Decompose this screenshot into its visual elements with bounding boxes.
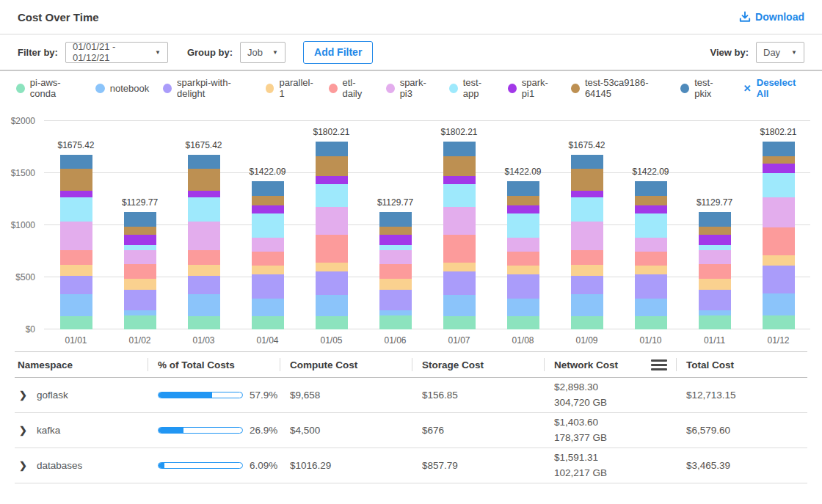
bar-segment-etl-daily[interactable] bbox=[635, 252, 667, 266]
bar-group-01/02[interactable]: $1129.77 bbox=[108, 121, 172, 329]
bar-segment-test-app[interactable] bbox=[60, 197, 92, 222]
bar-segment-etl-daily[interactable] bbox=[571, 250, 603, 265]
bar-segment-pi-aws-conda[interactable] bbox=[60, 316, 92, 329]
view-by-select[interactable]: Day ▼ bbox=[756, 42, 804, 63]
namespace-cell[interactable]: ❯kafka bbox=[15, 425, 148, 436]
bar-segment-notebook[interactable] bbox=[763, 293, 795, 315]
bar-segment-notebook[interactable] bbox=[443, 295, 476, 317]
legend-item-pi-aws-conda[interactable]: pi-aws-conda bbox=[16, 77, 81, 99]
bar-segment-test-app[interactable] bbox=[763, 173, 795, 198]
bar-segment-spark-pi1[interactable] bbox=[252, 205, 284, 213]
bar-segment-test-pkix[interactable] bbox=[443, 142, 476, 156]
column-header-storage-cost[interactable]: Storage Cost bbox=[412, 352, 544, 377]
bar-segment-sparkpi-with-delight[interactable] bbox=[124, 290, 156, 310]
bar-segment-test-pkix[interactable] bbox=[252, 181, 284, 196]
bar-segment-test-pkix[interactable] bbox=[507, 181, 539, 196]
bar-segment-spark-pi1[interactable] bbox=[763, 164, 795, 172]
bar-segment-test-pkix[interactable] bbox=[763, 142, 795, 156]
bar-segment-spark-pi1[interactable] bbox=[60, 191, 92, 198]
bar-segment-parallel-1[interactable] bbox=[60, 265, 92, 276]
bar-segment-test-pkix[interactable] bbox=[571, 155, 603, 169]
bar-segment-spark-pi3[interactable] bbox=[763, 197, 795, 227]
bar-segment-sparkpi-with-delight[interactable] bbox=[316, 271, 348, 295]
bar-segment-spark-pi1[interactable] bbox=[443, 176, 476, 184]
bar-group-01/11[interactable]: $1129.77 bbox=[683, 121, 746, 329]
bar-segment-pi-aws-conda[interactable] bbox=[316, 316, 348, 329]
bar-segment-test-pkix[interactable] bbox=[379, 212, 412, 227]
bar-stack[interactable] bbox=[571, 155, 603, 329]
bar-segment-etl-daily[interactable] bbox=[763, 227, 795, 255]
bar-segment-spark-pi1[interactable] bbox=[379, 235, 412, 245]
bar-segment-pi-aws-conda[interactable] bbox=[763, 315, 795, 329]
column-header-network-cost[interactable]: Network Cost bbox=[544, 352, 676, 377]
bar-segment-test-app[interactable] bbox=[507, 213, 539, 238]
bar-segment-spark-pi3[interactable] bbox=[571, 222, 603, 250]
bar-segment-parallel-1[interactable] bbox=[443, 263, 476, 271]
bar-stack[interactable] bbox=[507, 181, 539, 329]
bar-segment-pi-aws-conda[interactable] bbox=[699, 315, 731, 329]
bar-segment-pi-aws-conda[interactable] bbox=[507, 316, 539, 329]
bar-segment-parallel-1[interactable] bbox=[188, 265, 220, 276]
group-by-select[interactable]: Job ▼ bbox=[240, 42, 285, 63]
bar-segment-spark-pi1[interactable] bbox=[124, 235, 156, 245]
bar-segment-test-53ca9186-64145[interactable] bbox=[443, 156, 476, 177]
bar-segment-test-pkix[interactable] bbox=[188, 155, 220, 169]
bar-segment-pi-aws-conda[interactable] bbox=[379, 315, 412, 329]
bar-segment-pi-aws-conda[interactable] bbox=[124, 315, 156, 329]
bar-group-01/05[interactable]: $1802.21 bbox=[299, 121, 363, 329]
deselect-all-button[interactable]: ✕ Deselect All bbox=[743, 77, 806, 99]
legend-item-parallel-1[interactable]: parallel-1 bbox=[266, 77, 315, 99]
bar-stack[interactable] bbox=[60, 155, 92, 329]
bar-segment-spark-pi3[interactable] bbox=[252, 238, 284, 252]
bar-segment-spark-pi3[interactable] bbox=[379, 250, 412, 264]
bar-segment-test-53ca9186-64145[interactable] bbox=[252, 196, 284, 205]
bar-segment-test-pkix[interactable] bbox=[60, 155, 92, 169]
bar-stack[interactable] bbox=[763, 142, 795, 329]
bar-segment-test-pkix[interactable] bbox=[699, 212, 731, 227]
download-button[interactable]: Download bbox=[739, 11, 804, 23]
menu-icon[interactable] bbox=[651, 359, 667, 370]
bar-segment-sparkpi-with-delight[interactable] bbox=[188, 276, 220, 295]
chevron-right-icon[interactable]: ❯ bbox=[19, 390, 27, 401]
bar-segment-sparkpi-with-delight[interactable] bbox=[699, 290, 731, 310]
bar-segment-test-53ca9186-64145[interactable] bbox=[60, 169, 92, 191]
bar-segment-etl-daily[interactable] bbox=[188, 250, 220, 265]
legend-item-test-app[interactable]: test-app bbox=[449, 77, 494, 99]
bar-segment-parallel-1[interactable] bbox=[763, 255, 795, 266]
bar-group-01/03[interactable]: $1675.42 bbox=[172, 121, 236, 329]
legend-item-notebook[interactable]: notebook bbox=[95, 83, 150, 94]
namespace-cell[interactable]: ❯goflask bbox=[15, 390, 148, 401]
bar-segment-spark-pi3[interactable] bbox=[635, 238, 667, 252]
bar-segment-pi-aws-conda[interactable] bbox=[252, 316, 284, 329]
bar-segment-spark-pi1[interactable] bbox=[188, 191, 220, 198]
legend-item-test-53ca9186-64145[interactable]: test-53ca9186-64145 bbox=[571, 77, 666, 99]
bar-segment-etl-daily[interactable] bbox=[60, 250, 92, 265]
table-row-goflask[interactable]: ❯goflask57.9%$9,658$156.85$2,898.30304,7… bbox=[15, 378, 807, 413]
column-header-total-cost[interactable]: Total Cost bbox=[676, 352, 807, 377]
bar-segment-test-pkix[interactable] bbox=[635, 181, 667, 196]
bar-segment-etl-daily[interactable] bbox=[443, 235, 476, 263]
bar-segment-test-53ca9186-64145[interactable] bbox=[763, 156, 795, 164]
bar-segment-parallel-1[interactable] bbox=[316, 263, 348, 271]
table-row-databases[interactable]: ❯databases6.09%$1016.29$857.79$1,591.311… bbox=[15, 448, 807, 483]
bar-segment-test-app[interactable] bbox=[443, 184, 476, 208]
table-row-kafka[interactable]: ❯kafka26.9%$4,500$676$1,403.60178,377 GB… bbox=[15, 413, 807, 448]
bar-segment-notebook[interactable] bbox=[252, 299, 284, 316]
bar-stack[interactable] bbox=[124, 212, 156, 329]
bar-segment-parallel-1[interactable] bbox=[379, 279, 412, 290]
bar-segment-test-pkix[interactable] bbox=[124, 212, 156, 227]
bar-group-01/08[interactable]: $1422.09 bbox=[491, 121, 555, 329]
bar-segment-sparkpi-with-delight[interactable] bbox=[507, 274, 539, 299]
bar-segment-notebook[interactable] bbox=[571, 294, 603, 315]
bar-segment-sparkpi-with-delight[interactable] bbox=[252, 274, 284, 299]
bar-segment-test-app[interactable] bbox=[188, 197, 220, 222]
bar-segment-etl-daily[interactable] bbox=[507, 252, 539, 266]
bar-segment-notebook[interactable] bbox=[507, 299, 539, 316]
bar-segment-spark-pi1[interactable] bbox=[571, 191, 603, 198]
bar-segment-sparkpi-with-delight[interactable] bbox=[763, 266, 795, 293]
bar-group-01/12[interactable]: $1802.21 bbox=[746, 121, 810, 329]
bar-segment-parallel-1[interactable] bbox=[571, 265, 603, 276]
bar-segment-sparkpi-with-delight[interactable] bbox=[379, 290, 412, 310]
bar-stack[interactable] bbox=[635, 181, 667, 329]
bar-group-01/04[interactable]: $1422.09 bbox=[236, 121, 299, 329]
